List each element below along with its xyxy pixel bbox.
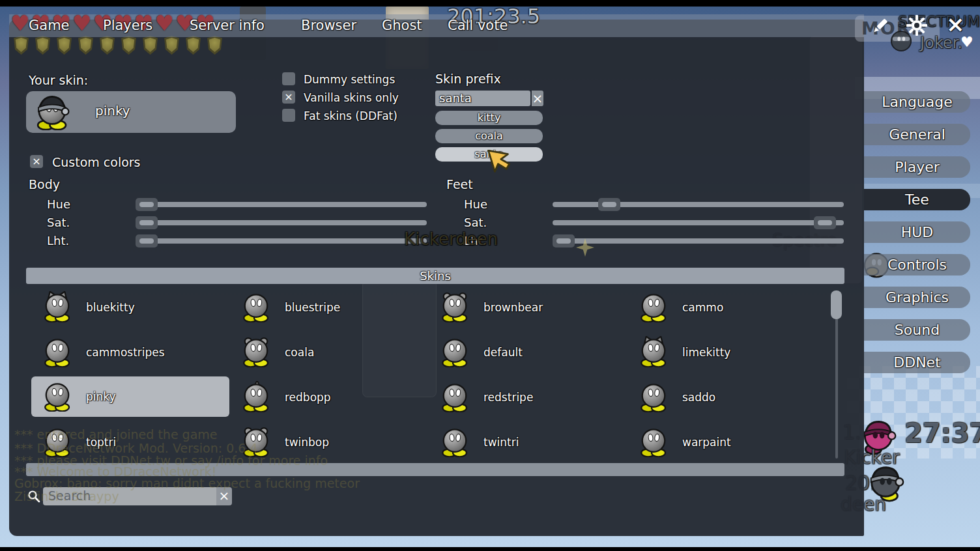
skin-item-cammostripes[interactable]: cammostripes (31, 332, 229, 373)
tab-ddnet[interactable]: DDNet (864, 352, 970, 373)
skin-name: limekitty (682, 332, 730, 373)
menu-item-game[interactable]: Game (29, 18, 70, 33)
skin-item-default[interactable]: default (429, 332, 627, 373)
skin-prefix-input[interactable]: santa (435, 91, 530, 106)
tee-icon (439, 426, 470, 457)
skin-name: twintri (483, 422, 519, 462)
tee-icon (439, 291, 470, 322)
vanilla-skins-label[interactable]: Vanilla skins only (304, 91, 399, 104)
fat-skins-label[interactable]: Fat skins (DDFat) (304, 109, 397, 122)
dummy-settings-checkbox[interactable] (282, 72, 295, 85)
custom-colors-label[interactable]: Custom colors (52, 155, 141, 169)
gear-icon[interactable] (906, 14, 928, 36)
tab-player[interactable]: Player (864, 156, 970, 178)
skin-name: cammostripes (86, 332, 165, 373)
skins-header: Skins (26, 268, 844, 284)
menu-item-players[interactable]: Players (103, 18, 152, 33)
vanilla-skins-checkbox[interactable]: × (282, 91, 295, 104)
prefix-button-coala[interactable]: coala (435, 129, 543, 143)
heart-icon: ♥ (72, 12, 92, 34)
menu-item-ghost[interactable]: Ghost (382, 18, 422, 33)
menu-item-browser[interactable]: Browser (301, 18, 356, 33)
body-sat-slider[interactable] (136, 220, 427, 225)
slider-handle[interactable] (136, 234, 158, 247)
skin-name: brownbear (483, 287, 543, 328)
skin-prefix-value: santa (439, 91, 472, 105)
skin-item-pinky-selected[interactable]: pinky (31, 376, 229, 417)
custom-colors-checkbox[interactable]: × (30, 155, 43, 168)
skin-name: bluestripe (285, 287, 340, 328)
armor-shields (13, 36, 223, 55)
scoreboard-time-1: 27:37 (904, 418, 980, 448)
game-window: 201:23.5 MORE SPECTRUM Joker. ♥ Spectre … (0, 0, 980, 551)
feet-hue-slider[interactable] (553, 202, 844, 207)
tee-icon (240, 336, 272, 367)
body-hue-label: Hue (47, 197, 70, 211)
skin-item-saddo[interactable]: saddo (627, 377, 826, 417)
skin-item-limekitty[interactable]: limekitty (627, 332, 826, 373)
skin-item-redbopp[interactable]: redbopp (230, 377, 428, 417)
shield-icon (78, 36, 94, 55)
tee-icon (240, 291, 272, 322)
menu-item-server-info[interactable]: Server info (190, 18, 265, 33)
tee-icon (42, 291, 73, 322)
close-icon[interactable]: × (946, 13, 965, 35)
slider-handle[interactable] (814, 216, 836, 229)
skin-item-brownbear[interactable]: brownbear (429, 287, 627, 328)
checkbox-mark: × (284, 91, 293, 103)
menu-item-call-vote[interactable]: Call vote (448, 18, 508, 33)
heart-icon: ♥ (10, 12, 30, 34)
tee-icon (638, 336, 669, 367)
prefix-button-kitty[interactable]: kitty (435, 111, 543, 125)
shield-icon (13, 36, 29, 55)
skin-name: saddo (682, 377, 715, 417)
body-hue-slider[interactable] (136, 202, 427, 207)
checkbox-mark: × (32, 155, 40, 167)
skin-name: pinky (86, 376, 116, 417)
feet-sat-label: Sat. (464, 216, 487, 229)
tee-icon (42, 380, 73, 412)
skin-item-twintri[interactable]: twintri (429, 422, 627, 462)
tab-language[interactable]: Language (864, 91, 970, 113)
mouse-cursor-icon (485, 150, 512, 176)
skins-scrollbar-handle[interactable] (831, 290, 842, 319)
your-skin-label: Your skin: (29, 73, 88, 87)
shield-icon (164, 36, 180, 55)
your-skin-preview[interactable]: pinky (26, 91, 236, 133)
skin-item-redstripe[interactable]: redstripe (429, 377, 627, 417)
dummy-settings-label[interactable]: Dummy settings (304, 73, 395, 86)
tab-hud[interactable]: HUD (864, 221, 970, 243)
tab-graphics[interactable]: Graphics (864, 287, 970, 308)
slider-handle[interactable] (136, 216, 158, 229)
body-sat-label: Sat. (47, 216, 70, 229)
feet-sat-slider[interactable] (553, 220, 844, 225)
tab-tee[interactable]: Tee (864, 189, 970, 210)
tab-general[interactable]: General (864, 124, 970, 145)
shield-icon (142, 36, 158, 55)
slider-handle[interactable] (598, 198, 620, 211)
shield-icon (121, 36, 137, 55)
skin-item-bluekitty[interactable]: bluekitty (31, 287, 229, 328)
chat-line: *** entered and joined the game (14, 427, 218, 442)
skin-prefix-clear-button[interactable]: × (532, 91, 543, 106)
chat-line: Zisfinch: Straypy (14, 489, 119, 503)
skin-name: default (483, 332, 523, 373)
skin-name: coala (285, 332, 314, 373)
tab-controls[interactable]: Controls (864, 254, 970, 276)
skin-item-coala[interactable]: coala (230, 332, 428, 373)
body-section-label: Body (29, 177, 60, 191)
tee-icon (638, 426, 669, 457)
body-lht-slider[interactable] (136, 238, 427, 244)
skin-item-cammo[interactable]: cammo (627, 287, 826, 328)
heart-icon: ♥ (154, 12, 174, 34)
tee-icon (240, 381, 272, 412)
tab-sound[interactable]: Sound (864, 319, 970, 341)
tee-icon (638, 291, 669, 322)
slider-handle[interactable] (136, 198, 158, 211)
pencil-icon[interactable] (871, 16, 890, 35)
fat-skins-checkbox[interactable] (282, 109, 295, 122)
skin-item-bluestripe[interactable]: bluestripe (230, 287, 428, 328)
slider-handle[interactable] (553, 234, 575, 247)
skin-item-warpaint[interactable]: warpaint (627, 422, 826, 462)
feet-lht-slider[interactable] (553, 238, 844, 244)
